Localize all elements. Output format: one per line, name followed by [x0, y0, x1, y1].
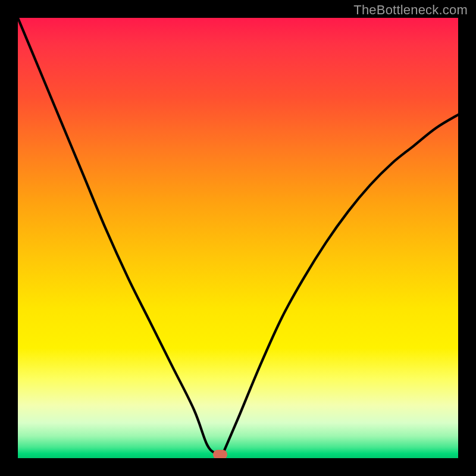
bottleneck-curve — [18, 18, 458, 458]
curve-layer — [18, 18, 458, 458]
watermark-text: TheBottleneck.com — [353, 2, 468, 18]
optimal-point-marker — [213, 450, 227, 458]
chart-frame: TheBottleneck.com — [0, 0, 476, 476]
plot-area — [18, 18, 458, 458]
